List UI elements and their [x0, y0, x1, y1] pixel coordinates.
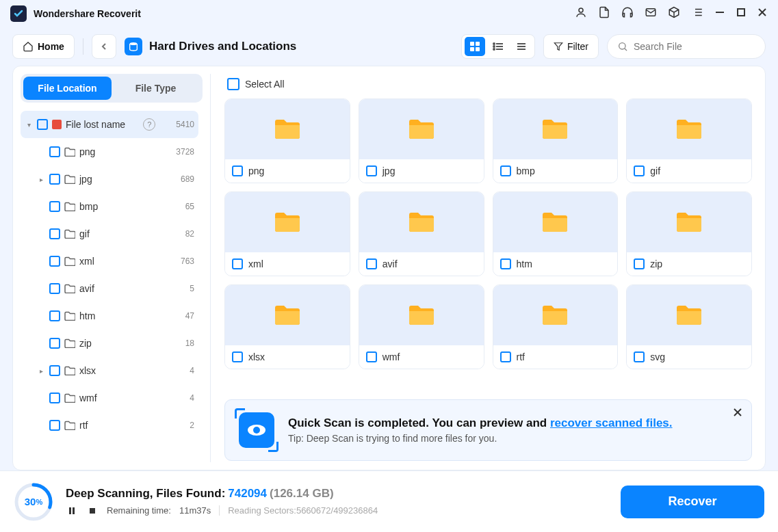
chevron-down-icon[interactable]: ▾: [25, 121, 33, 129]
checkbox[interactable]: [49, 228, 60, 239]
checkbox[interactable]: [500, 351, 511, 362]
checkbox[interactable]: [366, 165, 377, 176]
user-icon[interactable]: [575, 6, 587, 21]
tree-item-jpg[interactable]: ▸jpg689: [21, 165, 198, 193]
card-footer: wmf: [359, 345, 484, 369]
recover-files-link[interactable]: recover scanned files.: [550, 416, 673, 429]
tree-item-label: wmf: [79, 393, 97, 403]
cube-icon[interactable]: [668, 6, 680, 21]
tree-item-bmp[interactable]: bmp65: [21, 193, 198, 220]
select-all-checkbox[interactable]: [227, 78, 239, 90]
folder-card-rtf[interactable]: rtf: [493, 284, 619, 369]
folder-card-wmf[interactable]: wmf: [359, 284, 484, 369]
file-tree[interactable]: ▾ File lost name ? 5410 png3728▸jpg689bm…: [21, 111, 203, 462]
banner-close-button[interactable]: [732, 407, 743, 421]
tree-item-xml[interactable]: xml763: [21, 248, 198, 275]
checkbox[interactable]: [634, 165, 645, 176]
checkbox[interactable]: [232, 258, 243, 269]
checkbox[interactable]: [500, 258, 511, 269]
tree-item-count: 763: [181, 256, 194, 266]
folder-card-png[interactable]: png: [224, 98, 350, 183]
app-title: Wondershare Recoverit: [34, 8, 141, 19]
checkbox[interactable]: [634, 258, 645, 269]
stop-button[interactable]: [86, 505, 99, 517]
chevron-right-icon[interactable]: ▸: [37, 176, 45, 183]
mail-icon[interactable]: [645, 6, 657, 21]
tree-root[interactable]: ▾ File lost name ? 5410: [21, 111, 198, 138]
banner-title-prefix: Quick Scan is completed. You can preview…: [288, 416, 550, 429]
folder-card-bmp[interactable]: bmp: [493, 98, 619, 183]
folder-name: xml: [248, 258, 263, 269]
svg-rect-3: [738, 9, 744, 16]
view-grid-button[interactable]: [465, 37, 485, 56]
folder-thumbnail: [627, 285, 751, 345]
checkbox[interactable]: [366, 351, 377, 362]
folder-card-jpg[interactable]: jpg: [359, 98, 484, 183]
file-icon[interactable]: [598, 6, 610, 21]
pause-button[interactable]: [66, 505, 78, 517]
tab-file-type[interactable]: File Type: [112, 77, 200, 100]
view-details-button[interactable]: [511, 37, 532, 56]
details-icon: [516, 41, 527, 52]
checkbox[interactable]: [49, 146, 60, 157]
checkbox[interactable]: [49, 420, 60, 431]
folder-name: wmf: [382, 351, 400, 362]
checkbox[interactable]: [49, 174, 60, 185]
checkbox[interactable]: [49, 365, 60, 376]
folder-name: htm: [517, 258, 532, 269]
checkbox[interactable]: [37, 119, 48, 130]
card-footer: xlsx: [225, 345, 350, 369]
maximize-icon[interactable]: [736, 8, 746, 20]
tree-item-htm[interactable]: htm47: [21, 302, 198, 330]
checkbox[interactable]: [49, 310, 60, 321]
tree-item-label: zip: [79, 338, 92, 349]
tree-item-xlsx[interactable]: ▸xlsx4: [21, 357, 198, 384]
scan-status-line: Deep Scanning, Files Found: 742094 (126.…: [66, 487, 608, 501]
card-footer: xml: [225, 252, 350, 276]
checkbox[interactable]: [232, 351, 243, 362]
recover-button[interactable]: Recover: [621, 486, 764, 518]
breadcrumb: Hard Drives and Locations: [125, 38, 296, 55]
checkbox[interactable]: [49, 338, 60, 349]
tree-item-rtf[interactable]: rtf2: [21, 412, 198, 439]
tree-item-zip[interactable]: zip18: [21, 330, 198, 357]
folder-card-xml[interactable]: xml: [224, 191, 350, 276]
folder-card-zip[interactable]: zip: [626, 191, 752, 276]
svg-line-21: [625, 49, 627, 51]
checkbox[interactable]: [49, 283, 60, 294]
close-icon[interactable]: [757, 7, 768, 21]
search-icon: [617, 41, 628, 52]
tree-item-avif[interactable]: avif5: [21, 275, 198, 302]
checkbox[interactable]: [500, 165, 511, 176]
search-box[interactable]: [607, 34, 766, 59]
folder-name: zip: [650, 258, 662, 269]
checkbox[interactable]: [366, 258, 377, 269]
checkbox[interactable]: [634, 351, 645, 362]
checkbox[interactable]: [49, 201, 60, 212]
folder-card-htm[interactable]: htm: [493, 191, 619, 276]
tab-file-location[interactable]: File Location: [23, 77, 112, 100]
back-button[interactable]: [92, 34, 116, 59]
folder-card-gif[interactable]: gif: [626, 98, 752, 183]
search-input[interactable]: [634, 41, 755, 52]
minimize-icon[interactable]: [714, 7, 725, 21]
folder-card-svg[interactable]: svg: [626, 284, 752, 369]
home-button[interactable]: Home: [12, 34, 75, 59]
filter-button[interactable]: Filter: [543, 34, 599, 59]
list-icon[interactable]: [691, 6, 703, 21]
folder-card-xlsx[interactable]: xlsx: [224, 284, 350, 369]
tree-item-png[interactable]: png3728: [21, 138, 198, 165]
checkbox[interactable]: [49, 393, 60, 403]
tree-item-count: 689: [181, 174, 194, 184]
checkbox[interactable]: [232, 165, 243, 176]
view-list-button[interactable]: [488, 37, 508, 56]
checkbox[interactable]: [49, 256, 60, 267]
tree-item-wmf[interactable]: wmf4: [21, 384, 198, 412]
tree-item-gif[interactable]: gif82: [21, 220, 198, 248]
folder-card-avif[interactable]: avif: [359, 191, 484, 276]
help-icon[interactable]: ?: [143, 118, 155, 131]
folder-thumbnail: [225, 285, 350, 345]
folder-name: gif: [650, 165, 660, 176]
chevron-right-icon[interactable]: ▸: [37, 367, 45, 375]
headset-icon[interactable]: [621, 6, 634, 21]
